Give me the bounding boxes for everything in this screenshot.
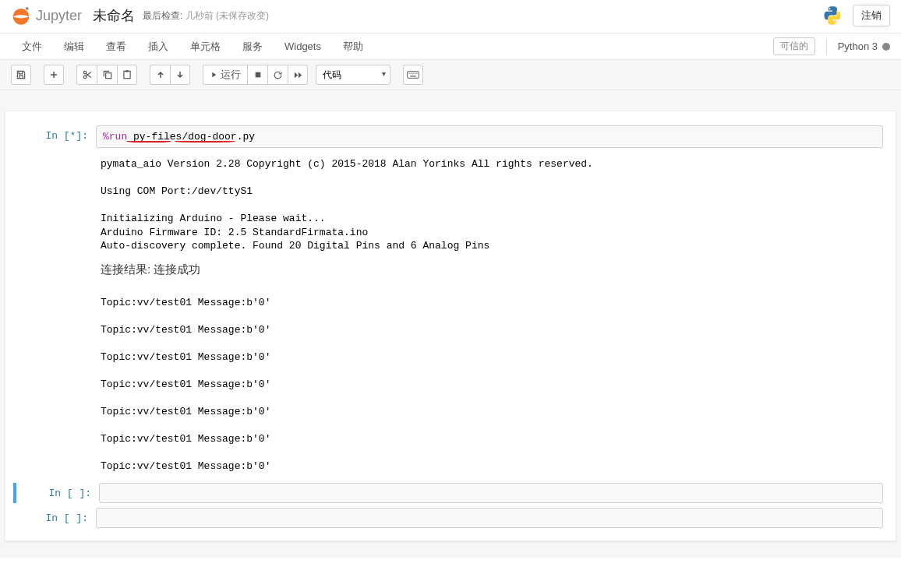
svg-point-0 <box>26 7 29 10</box>
fast-forward-icon <box>293 71 303 79</box>
copy-icon <box>102 69 113 80</box>
run-button[interactable]: 运行 <box>203 65 247 85</box>
menu-widgets[interactable]: Widgets <box>274 33 332 60</box>
svg-rect-15 <box>416 73 417 74</box>
jupyter-logo[interactable]: Jupyter <box>11 5 82 26</box>
svg-rect-13 <box>412 73 413 74</box>
arrow-down-icon <box>175 70 185 79</box>
svg-rect-11 <box>408 73 409 74</box>
input-prompt: In [ ]: <box>18 508 96 528</box>
code-input[interactable]: %run py-files/dog-door.py <box>96 125 883 148</box>
input-prompt: In [ ]: <box>21 483 99 503</box>
svg-rect-5 <box>105 73 111 79</box>
svg-rect-6 <box>124 71 130 78</box>
save-button[interactable] <box>11 65 31 85</box>
menu-help[interactable]: 帮助 <box>332 33 374 60</box>
output-text: Topic:vv/test01 Message:b'0' Topic:vv/te… <box>101 296 888 474</box>
trusted-badge[interactable]: 可信的 <box>773 37 815 55</box>
restart-run-all-button[interactable] <box>288 65 308 85</box>
move-up-button[interactable] <box>150 65 170 85</box>
svg-rect-14 <box>415 73 415 74</box>
logout-button[interactable]: 注销 <box>853 5 890 26</box>
svg-rect-10 <box>410 76 415 76</box>
menu-edit[interactable]: 编辑 <box>53 33 95 60</box>
svg-rect-12 <box>411 73 412 74</box>
output-text-cn: 连接结果: 连接成功 <box>13 262 888 291</box>
scissors-icon <box>82 69 93 80</box>
restart-button[interactable] <box>267 65 288 85</box>
code-input[interactable] <box>99 483 883 503</box>
logo-text: Jupyter <box>36 8 82 24</box>
run-group: 运行 <box>203 65 308 85</box>
menu-view[interactable]: 查看 <box>95 33 137 60</box>
refresh-icon <box>273 70 283 80</box>
copy-button[interactable] <box>97 65 117 85</box>
kernel-indicator[interactable]: Python 3 <box>838 40 890 52</box>
menu-bar: 文件 编辑 查看 插入 单元格 服务 Widgets 帮助 可信的 Python… <box>0 33 901 60</box>
notebook-container: In [*]: %run py-files/dog-door.py pymata… <box>0 90 901 558</box>
cell-output: Topic:vv/test01 Message:b'0' Topic:vv/te… <box>13 291 888 474</box>
paste-icon <box>122 69 132 80</box>
input-prompt: In [*]: <box>18 125 96 148</box>
svg-rect-8 <box>255 72 260 78</box>
menu-kernel[interactable]: 服务 <box>231 33 274 60</box>
menu-file[interactable]: 文件 <box>11 33 53 60</box>
code-cell[interactable]: In [ ]: <box>13 508 888 528</box>
move-group <box>150 65 190 85</box>
plus-icon <box>49 70 58 79</box>
add-cell-button[interactable] <box>44 65 64 85</box>
menu-insert[interactable]: 插入 <box>137 33 179 60</box>
keyboard-icon <box>407 70 419 79</box>
svg-point-2 <box>835 22 836 23</box>
code-cell[interactable]: In [*]: %run py-files/dog-door.py <box>13 125 888 148</box>
divider <box>826 38 827 55</box>
command-palette-button[interactable] <box>403 65 423 85</box>
cell-output: pymata_aio Version 2.28 Copyright (c) 20… <box>13 153 888 253</box>
code-input[interactable] <box>96 508 883 528</box>
notebook-inner: In [*]: %run py-files/dog-door.py pymata… <box>5 111 896 541</box>
annotation-underline <box>126 138 171 143</box>
code-cell[interactable]: In [ ]: <box>13 483 888 503</box>
clipboard-group <box>76 65 137 85</box>
svg-rect-9 <box>408 72 419 79</box>
svg-point-1 <box>829 8 831 9</box>
python-icon <box>822 5 843 26</box>
cut-button[interactable] <box>76 65 97 85</box>
save-icon <box>16 69 26 80</box>
toolbar: 运行 代码 <box>0 60 901 90</box>
menu-cell[interactable]: 单元格 <box>179 33 231 60</box>
arrow-up-icon <box>156 70 165 79</box>
cell-type-select[interactable]: 代码 <box>316 65 390 85</box>
checkpoint-status: 最后检查: 几秒前 (未保存改变) <box>143 9 269 23</box>
jupyter-icon <box>11 5 31 26</box>
output-text: pymata_aio Version 2.28 Copyright (c) 20… <box>101 157 888 253</box>
paste-button[interactable] <box>117 65 137 85</box>
svg-rect-7 <box>125 70 129 72</box>
kernel-busy-icon <box>882 43 890 51</box>
header-bar: Jupyter 未命名 最后检查: 几秒前 (未保存改变) 注销 <box>0 0 901 33</box>
run-step-icon <box>210 71 217 79</box>
move-down-button[interactable] <box>170 65 190 85</box>
annotation-underline <box>175 138 235 143</box>
stop-icon <box>254 71 262 79</box>
notebook-title[interactable]: 未命名 <box>93 6 135 25</box>
interrupt-button[interactable] <box>247 65 267 85</box>
